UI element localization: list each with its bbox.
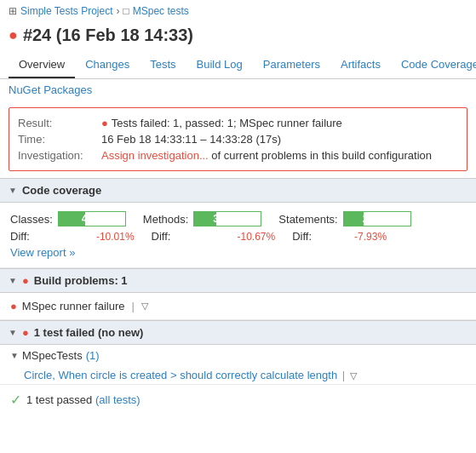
build-problems-chevron: ▼ xyxy=(9,276,17,285)
methods-diff: -10.67% xyxy=(237,231,275,243)
statements-label: Statements: xyxy=(278,213,337,226)
suite-chevron: ▼ xyxy=(10,351,19,360)
test-pipe: | xyxy=(342,369,345,381)
suite-name: MSpecTests xyxy=(22,349,83,362)
suite-count-link[interactable]: (1) xyxy=(86,349,100,362)
tab-changes[interactable]: Changes xyxy=(75,52,140,78)
classes-label: Classes: xyxy=(10,213,53,226)
sub-nav: NuGet Packages xyxy=(0,79,476,100)
build-problems-title: Build problems: 1 xyxy=(34,274,128,287)
build-error-icon: ● xyxy=(9,26,18,44)
problem-arrow[interactable]: ▽ xyxy=(141,301,148,312)
methods-label: Methods: xyxy=(143,213,188,226)
code-coverage-section: ▼ Code coverage Classes: 40% Methods: 33… xyxy=(0,178,476,268)
test-item: Circle, When circle is created > should … xyxy=(0,366,476,384)
classes-pct: 40% xyxy=(59,212,125,226)
code-coverage-header[interactable]: ▼ Code coverage xyxy=(0,178,476,203)
view-report-link[interactable]: View report » xyxy=(10,246,75,259)
pass-count: 1 test passed xyxy=(26,393,92,406)
test-suite-row: ▼ MSpecTests (1) xyxy=(0,345,476,366)
pass-icon: ✓ xyxy=(10,392,21,408)
test-failed-chevron: ▼ xyxy=(9,328,17,337)
statements-diff-label: Diff: xyxy=(292,230,312,243)
pass-text: 1 test passed (all tests) xyxy=(26,393,141,406)
build-problems-header[interactable]: ▼ ● Build problems: 1 xyxy=(0,268,476,293)
investigation-row: Investigation: Assign investigation... o… xyxy=(18,147,458,163)
test-failed-header[interactable]: ▼ ● 1 test failed (no new) xyxy=(0,320,476,345)
tab-parameters[interactable]: Parameters xyxy=(253,52,330,78)
test-arrow[interactable]: ▽ xyxy=(350,370,357,381)
build-problems-error-icon: ● xyxy=(22,274,29,287)
test-failed-title: 1 test failed (no new) xyxy=(34,326,144,339)
coverage-row: Classes: 40% Methods: 33.3% Statements: … xyxy=(10,211,466,226)
statements-pct: 29.5% xyxy=(344,212,410,226)
result-error-icon: ● xyxy=(101,117,108,129)
test-failed-area: ▼ MSpecTests (1) Circle, When circle is … xyxy=(0,345,476,385)
test-failed-error-icon: ● xyxy=(22,326,29,339)
statements-bar: 29.5% xyxy=(343,211,411,226)
coverage-area: Classes: 40% Methods: 33.3% Statements: … xyxy=(0,203,476,268)
tab-overview[interactable]: Overview xyxy=(9,52,75,78)
coverage-methods: Methods: 33.3% xyxy=(143,211,261,226)
tab-bar: Overview Changes Tests Build Log Paramet… xyxy=(0,52,476,79)
tab-tests[interactable]: Tests xyxy=(140,52,186,78)
investigation-rest: of current problems in this build config… xyxy=(209,149,432,162)
classes-bar: 40% xyxy=(58,211,126,226)
classes-diff: -10.01% xyxy=(96,231,135,243)
statements-diff: -7.93% xyxy=(354,231,387,243)
breadcrumb-project-link[interactable]: Simple Tests Project xyxy=(20,5,113,17)
time-row: Time: 16 Feb 18 14:33:11 – 14:33:28 (17s… xyxy=(18,131,458,147)
result-text: Tests failed: 1, passed: 1; MSpec runner… xyxy=(112,117,342,129)
problem-error-icon: ● xyxy=(10,300,17,313)
mspec-icon: □ xyxy=(123,5,129,17)
assign-investigation-link[interactable]: Assign investigation... xyxy=(101,149,209,162)
classes-diff-item: Diff: -10.01% xyxy=(10,230,135,243)
methods-pct: 33.3% xyxy=(194,212,261,226)
all-tests-link[interactable]: (all tests) xyxy=(95,393,141,406)
methods-diff-label: Diff: xyxy=(152,230,171,243)
page-title: #24 (16 Feb 18 14:33) xyxy=(23,26,193,45)
page-title-area: ● #24 (16 Feb 18 14:33) xyxy=(0,22,476,52)
time-value: 16 Feb 18 14:33:11 – 14:33:28 (17s) xyxy=(101,133,281,146)
investigation-label: Investigation: xyxy=(18,149,95,162)
problem-text: MSpec runner failure xyxy=(22,300,125,313)
coverage-classes: Classes: 40% xyxy=(10,211,126,226)
nuget-packages-link[interactable]: NuGet Packages xyxy=(9,83,92,96)
methods-bar: 33.3% xyxy=(193,211,261,226)
investigation-value: Assign investigation... of current probl… xyxy=(101,149,432,162)
tab-code-coverage[interactable]: Code Coverage xyxy=(391,52,476,78)
breadcrumb-build-conf-link[interactable]: MSpec tests xyxy=(133,5,189,17)
time-label: Time: xyxy=(18,133,95,146)
test-failed-section: ▼ ● 1 test failed (no new) ▼ MSpecTests … xyxy=(0,320,476,385)
coverage-diff-row: Diff: -10.01% Diff: -10.67% Diff: -7.93% xyxy=(10,230,466,243)
code-coverage-title: Code coverage xyxy=(22,184,101,197)
methods-diff-item: Diff: -10.67% xyxy=(152,230,276,243)
result-value: ●Tests failed: 1, passed: 1; MSpec runne… xyxy=(101,117,342,129)
classes-diff-label: Diff: xyxy=(10,230,30,243)
result-row: Result: ●Tests failed: 1, passed: 1; MSp… xyxy=(18,115,458,131)
tab-build-log[interactable]: Build Log xyxy=(186,52,253,78)
result-label: Result: xyxy=(18,117,95,129)
test-passed-area: ✓ 1 test passed (all tests) xyxy=(0,385,476,415)
test-link[interactable]: Circle, When circle is created > should … xyxy=(24,369,337,381)
coverage-statements: Statements: 29.5% xyxy=(278,211,410,226)
build-problems-section: ▼ ● Build problems: 1 ● MSpec runner fai… xyxy=(0,268,476,320)
build-problems-area: ● MSpec runner failure | ▽ xyxy=(0,293,476,320)
grid-icon: ⊞ xyxy=(9,5,17,17)
code-coverage-chevron: ▼ xyxy=(9,186,17,195)
breadcrumb: ⊞ Simple Tests Project › □ MSpec tests xyxy=(0,0,476,22)
build-problem-item: ● MSpec runner failure | ▽ xyxy=(10,300,466,313)
tab-artifacts[interactable]: Artifacts xyxy=(330,52,391,78)
problem-pipe: | xyxy=(132,300,135,313)
breadcrumb-separator: › xyxy=(117,5,120,17)
result-box: Result: ●Tests failed: 1, passed: 1; MSp… xyxy=(9,107,467,171)
statements-diff-item: Diff: -7.93% xyxy=(292,230,387,243)
